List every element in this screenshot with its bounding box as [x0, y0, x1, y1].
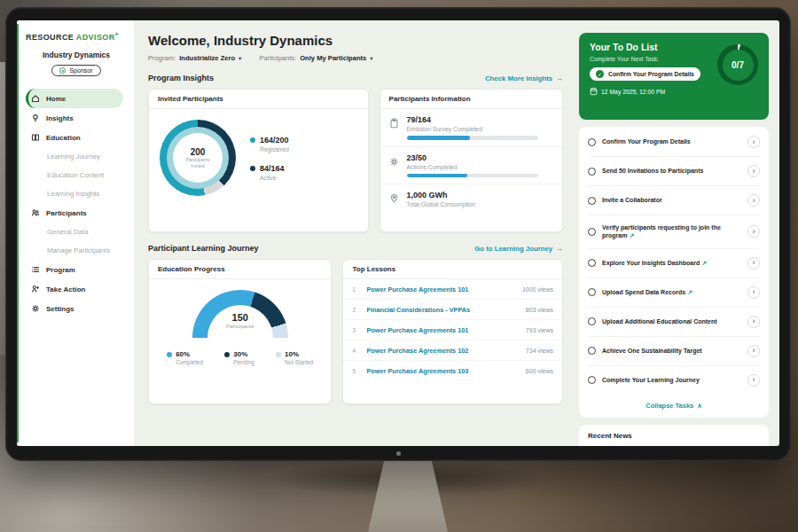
task-row-verify-participants[interactable]: Verify participants requesting to join t…	[588, 215, 760, 249]
consumption-label: Total Global Consumption	[407, 201, 476, 207]
sidebar-item-label: Education	[46, 134, 81, 142]
participants-information-card: Participants Information 79/164 Emission…	[379, 89, 563, 232]
participants-dropdown[interactable]: Participants: Only My Participants ▾	[259, 54, 372, 62]
task-checkbox[interactable]	[588, 197, 596, 205]
lesson-link[interactable]: Financial Considerations - VPPAs	[366, 306, 518, 314]
check-more-insights-label: Check More Insights	[485, 74, 552, 82]
sidebar-item-education-content[interactable]: Education Content	[26, 166, 127, 184]
logo-word-advisor: ADVISOR	[76, 33, 115, 42]
chevron-right-icon[interactable]: ›	[747, 165, 760, 177]
sidebar-item-label: Education Content	[47, 171, 104, 179]
legend-registered: 164/200 Registered	[250, 136, 289, 153]
task-checkbox[interactable]	[588, 168, 596, 176]
task-row-complete-learning-journey[interactable]: Complete Your Learning Journey ›	[588, 366, 760, 395]
sidebar-item-settings[interactable]: Settings	[26, 299, 127, 318]
task-label: Verify participants requesting to join t…	[602, 223, 741, 240]
program-insights-header: Program Insights Check More Insights →	[148, 74, 563, 82]
collapse-tasks-link[interactable]: Collapse Tasks ∧	[588, 395, 760, 417]
external-link-icon: ↗	[701, 260, 707, 266]
task-row-upload-educational-content[interactable]: Upload Additional Educational Content ›	[588, 308, 760, 337]
completed-pct: 60%	[176, 350, 190, 358]
lesson-rank: 2	[352, 307, 359, 313]
legend-not-started: 10% Not Started	[276, 350, 313, 365]
chevron-right-icon[interactable]: ›	[747, 194, 760, 207]
go-to-learning-journey-link[interactable]: Go to Learning Journey →	[474, 245, 563, 253]
chevron-right-icon[interactable]: ›	[747, 374, 760, 387]
invited-center-value: 200	[181, 147, 215, 157]
task-checkbox[interactable]	[588, 347, 596, 355]
sidebar-item-participants[interactable]: Participants	[26, 203, 127, 223]
education-center-value: 150	[192, 312, 288, 323]
lesson-link[interactable]: Power Purchase Agreements 101	[366, 286, 515, 293]
actions-completed-label: Actions Completed	[407, 164, 538, 170]
task-checkbox[interactable]	[588, 317, 596, 325]
sidebar-item-insights[interactable]: Insights	[26, 108, 127, 128]
info-row-emission-survey: 79/164 Emission Survey Completed	[380, 109, 562, 146]
actions-completed-value: 23/50	[407, 153, 538, 162]
consumption-value: 1,000 GWh	[407, 191, 476, 200]
lesson-link[interactable]: Power Purchase Agreements 103	[366, 367, 518, 375]
program-dropdown[interactable]: Program: Industrialize Zero ▾	[148, 54, 241, 62]
not-started-dot-icon	[276, 352, 281, 357]
calendar-icon	[590, 87, 598, 96]
task-label: Upload Additional Educational Content	[602, 317, 741, 325]
lesson-link[interactable]: Power Purchase Agreements 101	[366, 326, 518, 334]
emission-survey-value: 79/164	[407, 115, 538, 124]
lesson-link[interactable]: Power Purchase Agreements 102	[366, 347, 518, 355]
active-value: 84/164	[260, 164, 285, 173]
lesson-row: 3 Power Purchase Agreements 101 793 view…	[343, 319, 562, 340]
emission-survey-progressbar	[407, 136, 538, 140]
task-row-upload-spend-data[interactable]: Upload Spend Data Records↗ ›	[588, 278, 760, 308]
task-checkbox[interactable]	[588, 138, 596, 146]
check-more-insights-link[interactable]: Check More Insights →	[485, 74, 563, 82]
sponsor-icon	[59, 67, 66, 74]
task-row-invite-collaborator[interactable]: Invite a Collaborator ›	[588, 186, 760, 215]
chevron-right-icon[interactable]: ›	[747, 345, 760, 357]
task-checkbox[interactable]	[588, 288, 596, 296]
take-action-icon	[31, 285, 40, 293]
task-checkbox[interactable]	[588, 259, 596, 267]
task-label: Upload Spend Data Records↗	[602, 288, 741, 296]
education-center-label: Participants	[192, 324, 288, 329]
task-row-achieve-sustainability-target[interactable]: Achieve One Sustainability Target ›	[588, 337, 760, 366]
active-label: Active	[260, 175, 289, 181]
chevron-right-icon[interactable]: ›	[747, 136, 760, 148]
lesson-row: 2 Financial Considerations - VPPAs 803 v…	[343, 299, 562, 319]
next-task-pill[interactable]: ✓ Confirm Your Program Details	[590, 67, 700, 81]
sidebar-item-program[interactable]: Program	[26, 260, 127, 279]
filters-row: Program: Industrialize Zero ▾ Participan…	[148, 54, 563, 62]
chevron-right-icon[interactable]: ›	[747, 286, 760, 299]
pending-pct: 30%	[233, 350, 247, 358]
task-row-confirm-program[interactable]: Confirm Your Program Details ›	[588, 128, 760, 157]
sidebar-nav: Home Insights Education Learning Journey	[26, 89, 127, 318]
task-checkbox[interactable]	[588, 228, 596, 236]
emission-survey-progress-fill	[407, 136, 470, 140]
sidebar-item-home[interactable]: Home	[26, 89, 123, 108]
chevron-right-icon[interactable]: ›	[747, 316, 760, 328]
gear-icon	[389, 153, 400, 170]
task-row-send-invitations[interactable]: Send 50 Invitations to Participants ›	[588, 157, 760, 186]
lesson-views: 803 views	[526, 307, 553, 313]
lesson-rank: 3	[352, 327, 359, 333]
app-logo: RESOURCE ADVISOR+	[26, 31, 127, 42]
sponsor-badge[interactable]: Sponsor	[51, 65, 100, 76]
chevron-right-icon[interactable]: ›	[747, 257, 760, 270]
task-checkbox[interactable]	[588, 376, 596, 384]
pending-dot-icon	[224, 352, 230, 357]
sidebar-item-general-data[interactable]: General Data	[26, 223, 127, 241]
sidebar-item-education[interactable]: Education	[26, 128, 127, 147]
sidebar-item-learning-journey[interactable]: Learning Journey	[26, 147, 127, 166]
task-row-explore-insights[interactable]: Explore Your Insights Dashboard↗ ›	[588, 249, 760, 278]
sidebar-item-label: Insights	[46, 114, 74, 122]
registered-value: 164/200	[260, 136, 289, 145]
top-lessons-card: Top Lessons 1 Power Purchase Agreements …	[342, 259, 563, 404]
chevron-right-icon[interactable]: ›	[747, 225, 760, 238]
organization-name: Industry Dynamics	[26, 51, 127, 59]
program-dropdown-value: Industrialize Zero	[179, 54, 235, 62]
sidebar-item-learning-insights[interactable]: Learning Insights	[26, 184, 127, 203]
legend-active: 84/164 Active	[250, 164, 289, 181]
sidebar-item-label: Manage Participants	[47, 246, 110, 254]
sidebar-item-take-action[interactable]: Take Action	[26, 279, 127, 299]
education-progress-title: Education Progress	[149, 260, 331, 279]
sidebar-item-manage-participants[interactable]: Manage Participants	[26, 241, 127, 260]
